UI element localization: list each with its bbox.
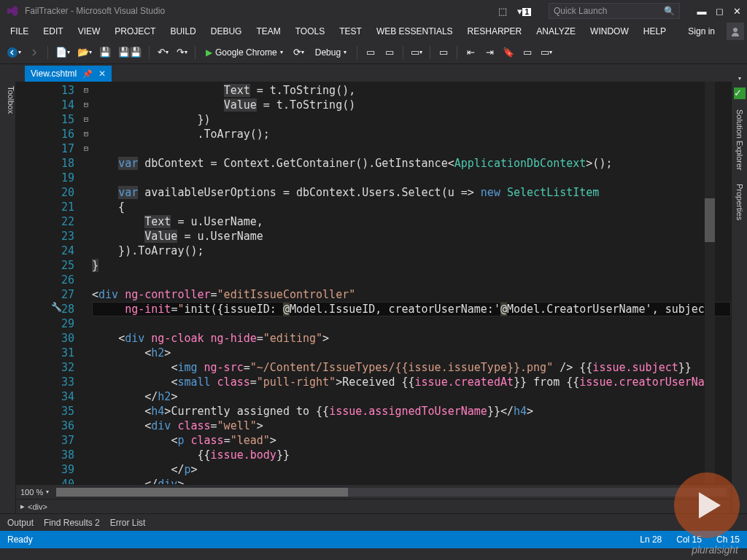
code-line[interactable]: </h2> xyxy=(92,389,731,404)
status-ready: Ready xyxy=(7,534,33,545)
sign-in-link[interactable]: Sign in xyxy=(681,23,722,39)
line-number-gutter: 1314151617181920212223242526272829303132… xyxy=(16,82,80,484)
start-debug-button[interactable]: ▶Google Chrome▾ xyxy=(201,44,288,61)
new-project-button[interactable]: 📄▾ xyxy=(53,44,72,61)
code-line[interactable]: var availableUserOptions = dbContext.Use… xyxy=(92,185,731,200)
code-line[interactable]: <small class="pull-right">Received {{iss… xyxy=(92,375,731,389)
menu-test[interactable]: TEST xyxy=(332,23,369,39)
tool-icon[interactable]: ▭ xyxy=(436,44,452,61)
window-title: FailTracker - Microsoft Visual Studio xyxy=(25,6,498,16)
code-line[interactable]: <div class="well"> xyxy=(92,419,731,433)
output-tab[interactable]: Output xyxy=(7,518,34,528)
save-all-button[interactable]: 💾💾 xyxy=(116,44,144,61)
code-line[interactable]: } xyxy=(92,258,731,273)
menu-edit[interactable]: EDIT xyxy=(36,23,70,39)
menu-file[interactable]: FILE xyxy=(3,23,36,39)
code-line[interactable]: .ToArray(); xyxy=(92,127,731,141)
play-watermark-icon xyxy=(674,472,740,538)
pluralsight-logo: pluralsight xyxy=(692,544,738,556)
code-line[interactable]: <p class="lead"> xyxy=(92,433,731,448)
menu-build[interactable]: BUILD xyxy=(163,23,203,39)
bookmark-icon[interactable]: 🔖 xyxy=(500,44,516,61)
code-line[interactable]: ng-init="init({issueID: @Model.IssueID, … xyxy=(92,302,731,316)
tool-icon[interactable]: ▭ xyxy=(363,44,379,61)
code-line[interactable]: </p> xyxy=(92,462,731,477)
code-line[interactable]: <h2> xyxy=(92,346,731,360)
code-editor[interactable]: 🔧 13141516171819202122232425262728293031… xyxy=(16,82,731,513)
code-line[interactable]: Value = t.ToString() xyxy=(92,98,731,112)
menu-help[interactable]: HELP xyxy=(636,23,673,39)
scroll-map[interactable] xyxy=(705,82,715,484)
error-list-tab[interactable]: Error List xyxy=(110,518,146,528)
code-line[interactable]: <h4>Currently assigned to {{issue.assign… xyxy=(92,404,731,419)
close-button[interactable]: ✕ xyxy=(732,7,741,15)
menu-web essentials[interactable]: WEB ESSENTIALS xyxy=(369,23,460,39)
code-line[interactable]: {{issue.body}} xyxy=(92,448,731,462)
minimize-button[interactable]: ▬ xyxy=(697,7,706,15)
tab-active[interactable]: View.cshtml 📌 ✕ xyxy=(25,66,112,82)
pin-icon[interactable]: 📌 xyxy=(82,69,93,79)
menu-window[interactable]: WINDOW xyxy=(583,23,636,39)
code-line[interactable]: <div ng-controller="editIssueController" xyxy=(92,287,731,302)
comment-button[interactable]: ▭ xyxy=(519,44,535,61)
tool-icon[interactable]: ▭▾ xyxy=(409,44,425,61)
code-line[interactable] xyxy=(92,141,731,156)
status-ch: Ch 15 xyxy=(716,534,740,545)
menu-project[interactable]: PROJECT xyxy=(107,23,163,39)
open-file-button[interactable]: 📂▾ xyxy=(75,44,94,61)
breadcrumb[interactable]: <div> xyxy=(28,502,47,511)
code-line[interactable] xyxy=(92,273,731,287)
svg-point-0 xyxy=(733,28,738,32)
menu-resharper[interactable]: RESHARPER xyxy=(460,23,530,39)
menu-analyze[interactable]: ANALYZE xyxy=(529,23,583,39)
code-line[interactable]: <img ng-src="~/Content/IssueTypes/{{issu… xyxy=(92,360,731,375)
refresh-button[interactable]: ⟳▾ xyxy=(291,44,307,61)
notifications-icon[interactable]: ▾1 xyxy=(517,6,531,17)
uncomment-button[interactable]: ▭▾ xyxy=(538,44,554,61)
properties-tab[interactable]: Properties xyxy=(735,181,744,223)
code-line[interactable]: var dbContext = Context.GetContainer().G… xyxy=(92,156,731,171)
save-button[interactable]: 💾 xyxy=(97,44,113,61)
menu-view[interactable]: VIEW xyxy=(71,23,108,39)
redo-button[interactable]: ↷▾ xyxy=(174,44,190,61)
maximize-button[interactable]: ◻ xyxy=(715,7,724,15)
status-bar: Ready Ln 28 Col 15 Ch 15 xyxy=(0,531,747,548)
config-dropdown[interactable]: Debug▾ xyxy=(310,44,352,61)
indicator-icon: ✓ xyxy=(734,88,746,99)
title-bar: FailTracker - Microsoft Visual Studio ⬚ … xyxy=(0,0,747,22)
code-line[interactable] xyxy=(92,171,731,185)
code-line[interactable]: { xyxy=(92,200,731,214)
code-line[interactable]: Value = u.UserName xyxy=(92,229,731,244)
feedback-icon[interactable]: ⬚ xyxy=(498,6,507,17)
code-line[interactable]: Text = u.UserName, xyxy=(92,214,731,229)
menu-tools[interactable]: TOOLS xyxy=(288,23,332,39)
quick-launch-input[interactable]: Quick Launch 🔍 xyxy=(549,3,680,19)
menu-team[interactable]: TEAM xyxy=(249,23,287,39)
user-icon[interactable] xyxy=(727,23,744,40)
tab-overflow-icon[interactable]: ▾ xyxy=(738,75,741,82)
horizontal-scrollbar[interactable] xyxy=(56,488,727,497)
toolbox-panel-tab[interactable]: Toolbox xyxy=(0,82,16,513)
code-line[interactable]: <div ng-cloak ng-hide="editing"> xyxy=(92,331,731,346)
nav-back-button[interactable]: ▾ xyxy=(4,44,23,61)
indent-in-button[interactable]: ⇥ xyxy=(481,44,498,61)
code-line[interactable]: }).ToArray(); xyxy=(92,244,731,258)
code-line[interactable]: Text = t.ToString(), xyxy=(92,83,731,98)
code-line[interactable]: </div> xyxy=(92,477,731,484)
fold-column[interactable]: ⊟⊟⊟⊟⊟ xyxy=(80,82,92,484)
find-results-tab[interactable]: Find Results 2 xyxy=(44,518,100,528)
svg-point-1 xyxy=(7,47,18,58)
code-line[interactable] xyxy=(92,316,731,331)
tool-icon[interactable]: ▭ xyxy=(382,44,398,61)
tab-close-icon[interactable]: ✕ xyxy=(98,69,106,79)
indent-out-button[interactable]: ⇤ xyxy=(462,44,479,61)
undo-button[interactable]: ↶▾ xyxy=(155,44,171,61)
screwdriver-icon[interactable]: 🔧 xyxy=(51,302,62,312)
code-line[interactable]: }) xyxy=(92,112,731,127)
solution-explorer-tab[interactable]: Solution Explorer xyxy=(735,106,744,174)
menu-debug[interactable]: DEBUG xyxy=(204,23,249,39)
zoom-level[interactable]: 100 % xyxy=(20,488,43,497)
menu-bar: FILEEDITVIEWPROJECTBUILDDEBUGTEAMTOOLSTE… xyxy=(0,22,747,41)
nav-fwd-button[interactable] xyxy=(26,44,42,61)
tab-label: View.cshtml xyxy=(31,69,77,79)
